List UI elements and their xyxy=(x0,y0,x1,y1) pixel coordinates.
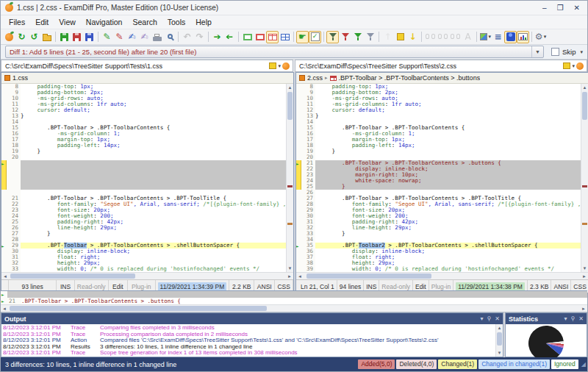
show-second-pane-icon[interactable] xyxy=(254,31,266,43)
horizontal-scrollbar[interactable]: ◄ ► xyxy=(1,304,587,312)
open-files-icon[interactable] xyxy=(40,31,53,43)
code-line[interactable]: 17 margin-top: 1px; xyxy=(1,137,286,143)
code-line[interactable]: 11 -ms-grid-columns: 1fr auto; xyxy=(1,101,286,107)
undo-icon[interactable]: ↶ xyxy=(181,31,193,43)
horizontal-scrollbar[interactable]: ◄ ► xyxy=(296,272,588,279)
scroll-thumb[interactable] xyxy=(306,273,431,279)
menu-help[interactable]: Help xyxy=(190,16,217,28)
minimize-button[interactable]: – xyxy=(542,4,547,12)
code-line[interactable]: ►35 .BPT-Toolbar2 > .BPT-ToolbarContents… xyxy=(296,243,581,248)
code-line[interactable]: 16 -ms-grid-column: 1; xyxy=(296,131,581,137)
current-diff-row[interactable]: ►21.BPT-Toolbar > .BPT-ToolbarContents >… xyxy=(1,298,587,304)
code-line[interactable]: 9 padding-bottom: 2px; xyxy=(296,90,581,96)
pick-first-file-icon[interactable] xyxy=(269,62,276,69)
code-line[interactable]: 39 width: 0; /* 0 is replaced during 'ho… xyxy=(296,266,581,272)
code-line[interactable]: 36 display: inline-block; xyxy=(296,248,581,254)
scroll-left-icon[interactable]: ◄ xyxy=(1,305,8,312)
code-line[interactable]: 37 float: right; xyxy=(296,254,581,260)
code-line[interactable]: 30 font-weight: 200; xyxy=(296,213,581,219)
show-all-diffs-icon[interactable] xyxy=(326,31,339,43)
line-options-icon[interactable]: ≡ xyxy=(492,31,504,43)
vertical-scrollbar[interactable]: ▲ ▼ xyxy=(581,84,588,272)
menu-search[interactable]: Search xyxy=(127,16,162,28)
code-line[interactable] xyxy=(1,166,286,172)
options-gear-icon[interactable]: ⚙▾ xyxy=(534,31,547,43)
code-line[interactable]: 34 xyxy=(296,237,581,243)
breadcrumb[interactable]: .BPT-Toolbar > .BPT-ToolbarContents > .b… xyxy=(339,74,481,82)
diff-selector-combo[interactable]: Diff 1: Add 5 lines (21 - 25, second fil… xyxy=(5,46,544,58)
chevron-down-icon[interactable]: ▾ xyxy=(278,63,281,69)
scroll-thumb[interactable] xyxy=(10,306,267,311)
scroll-left-icon[interactable]: ◄ xyxy=(1,273,9,279)
code-line[interactable]: 32 line-height: 29px; xyxy=(296,225,581,231)
code-line[interactable]: 18 padding-left: 14px; xyxy=(1,143,286,149)
code-line[interactable]: 24 font-weight: 200; xyxy=(1,213,286,219)
scroll-up-icon[interactable]: ▲ xyxy=(496,324,503,332)
code-line[interactable]: 12 cursor: default; xyxy=(1,107,286,113)
pin-icon[interactable]: ⚲ xyxy=(487,316,491,322)
menu-files[interactable]: Files xyxy=(4,16,30,28)
code-line[interactable]: 17 margin-top: 1px; xyxy=(296,137,581,143)
code-line[interactable]: 21 .BPT-Toolbar > .BPT-ToolbarContents >… xyxy=(1,196,286,201)
scroll-thumb[interactable] xyxy=(287,92,293,120)
code-line[interactable]: 12 cursor: default; xyxy=(296,107,581,113)
second-file-path-box[interactable]: C:\Src\ExamDiff\Specs\TreeSitter Support… xyxy=(295,60,587,72)
compare-files-icon[interactable] xyxy=(3,31,15,43)
print-preview-icon[interactable] xyxy=(163,31,176,43)
code-line[interactable]: 26 line-height: 29px; xyxy=(1,225,286,231)
chevron-down-icon[interactable]: ▼ xyxy=(531,46,543,57)
find-prev-icon[interactable] xyxy=(449,31,462,43)
code-line[interactable]: 10 -ms-grid-rows: auto; xyxy=(296,96,581,101)
vertical-split-icon[interactable] xyxy=(279,31,291,43)
code-line[interactable]: 33 width: 0; /* 0 is replaced during 'ho… xyxy=(1,266,286,272)
current-diff-row[interactable]: ► xyxy=(1,291,587,298)
vertical-scrollbar[interactable]: ▲ ▼ xyxy=(286,84,293,272)
code-line[interactable]: 32 height: 29px; xyxy=(1,260,286,266)
scroll-down-icon[interactable]: ▼ xyxy=(496,349,503,357)
scroll-thumb[interactable] xyxy=(582,92,587,120)
code-line[interactable]: 8 padding-top: 1px; xyxy=(296,84,581,90)
scroll-thumb[interactable] xyxy=(10,273,135,279)
skip-checkbox[interactable] xyxy=(551,48,559,56)
edit-second-file-icon[interactable]: ✎ xyxy=(113,31,126,43)
horizontal-split-icon[interactable] xyxy=(266,31,279,43)
show-checkboxes-icon[interactable]: ✓ xyxy=(309,31,321,43)
next-pair-icon[interactable]: ➔ xyxy=(211,31,223,43)
prev-pair-icon[interactable]: ➔ xyxy=(223,31,236,43)
code-line[interactable]: 23 margin-right: 10px; xyxy=(296,172,581,178)
match-case-icon[interactable]: A xyxy=(462,31,474,43)
code-line[interactable]: 38 height: 29px; xyxy=(296,260,581,266)
code-line[interactable]: ►29 .BPT-Toolbar > .BPT-ToolbarContents … xyxy=(1,243,286,248)
edit-first-file-icon[interactable]: ✎ xyxy=(101,31,113,43)
scroll-up-icon[interactable]: ▲ xyxy=(581,84,588,91)
copy-block-second-icon[interactable]: ✍ xyxy=(138,31,151,43)
code-line[interactable]: 31 float: right; xyxy=(1,254,286,260)
code-line[interactable]: 20 xyxy=(1,154,286,160)
code-line[interactable] xyxy=(1,190,286,196)
maximize-button[interactable]: ❐ xyxy=(557,4,564,12)
code-line[interactable]: 20 xyxy=(296,154,581,160)
image-compare-icon[interactable]: ▾ xyxy=(479,31,492,43)
code-line[interactable]: 18 padding-left: 14px; xyxy=(296,143,581,149)
current-diff-icon[interactable] xyxy=(394,31,406,43)
code-line[interactable]: 30 display: inline-block; xyxy=(1,248,286,254)
previous-diff-icon[interactable]: ↑ xyxy=(381,31,394,43)
pick-second-file-icon[interactable] xyxy=(563,62,570,69)
menu-view[interactable]: View xyxy=(54,16,81,28)
first-file-editor[interactable]: 8 padding-top: 1px;9 padding-bottom: 2px… xyxy=(1,84,293,272)
show-first-pane-icon[interactable] xyxy=(241,31,254,43)
code-line[interactable]: 13} xyxy=(1,113,286,119)
compare-icon[interactable] xyxy=(576,62,584,70)
pin-icon[interactable]: ⚲ xyxy=(570,316,575,322)
code-line[interactable]: 22 display: inline-block; xyxy=(296,166,581,172)
chevron-down-icon[interactable]: ▾ xyxy=(480,316,483,322)
close-button[interactable]: ✕ xyxy=(574,4,580,12)
recompare-swap-icon[interactable]: ↺ xyxy=(28,31,40,43)
code-line[interactable] xyxy=(1,172,286,178)
code-line[interactable]: 25 padding-right: 42px; xyxy=(1,219,286,225)
code-line[interactable]: 31 padding-right: 42px; xyxy=(296,219,581,225)
first-file-path-box[interactable]: C:\Src\ExamDiff\Specs\TreeSitter Support… xyxy=(1,60,293,72)
menu-tools[interactable]: Tools xyxy=(162,16,191,28)
code-line[interactable]: 10 -ms-grid-rows: auto; xyxy=(1,96,286,101)
find-icon[interactable] xyxy=(424,31,437,43)
